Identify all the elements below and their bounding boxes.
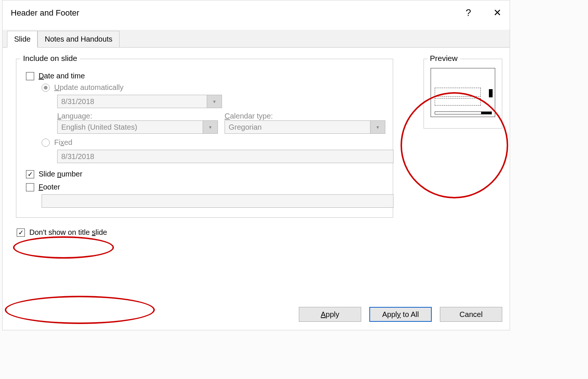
preview-footer-bar	[435, 111, 492, 114]
slide-number-checkbox[interactable]: ✓	[26, 170, 34, 178]
chevron-down-icon: ▾	[370, 121, 385, 133]
cancel-button[interactable]: Cancel	[440, 307, 502, 322]
preview-placeholder	[435, 88, 481, 97]
preview-group: Preview	[424, 59, 502, 129]
datetime-label: Date and time	[39, 72, 85, 80]
fixed-date-value: 8/31/2018	[61, 152, 94, 161]
annotation-circle	[13, 236, 114, 259]
fixed-radio[interactable]	[42, 139, 50, 147]
preview-placeholder	[435, 98, 481, 106]
preview-thumbnail	[431, 68, 495, 117]
fixed-label: Fixed	[54, 138, 72, 147]
date-combo[interactable]: 8/31/2018 ▾	[57, 95, 222, 108]
tab-body: Include on slide Date and time Update au…	[3, 48, 510, 300]
datetime-checkbox[interactable]	[26, 72, 34, 80]
dialog-buttons: Apply Apply to All Cancel	[3, 300, 510, 330]
calendar-label: Calendar type:	[225, 112, 385, 120]
fixed-date-input[interactable]: 8/31/2018	[57, 150, 393, 163]
update-auto-label: Update automatically	[54, 83, 124, 92]
footer-label: Footer	[39, 183, 60, 191]
apply-button[interactable]: Apply	[299, 307, 361, 322]
chevron-down-icon: ▾	[207, 95, 222, 108]
titlebar: Header and Footer ? ✕	[3, 0, 510, 30]
footer-input[interactable]	[42, 194, 393, 208]
dialog-title: Header and Footer	[11, 8, 79, 18]
chevron-down-icon: ▾	[203, 121, 218, 133]
include-legend: Include on slide	[20, 54, 80, 63]
language-combo[interactable]: English (United States) ▾	[57, 120, 218, 134]
window-controls: ? ✕	[466, 7, 502, 19]
tab-bar: Slide Notes and Handouts	[3, 30, 510, 48]
footer-checkbox[interactable]	[26, 183, 34, 191]
header-footer-dialog: Header and Footer ? ✕ Slide Notes and Ha…	[2, 0, 510, 330]
include-on-slide-group: Include on slide Date and time Update au…	[16, 59, 393, 218]
language-label: Language:	[57, 112, 218, 120]
language-value: English (United States)	[61, 123, 137, 132]
calendar-value: Gregorian	[229, 123, 262, 132]
dont-show-title-label: Don't show on title slide	[29, 228, 107, 237]
calendar-combo[interactable]: Gregorian ▾	[225, 120, 385, 134]
tab-slide[interactable]: Slide	[7, 31, 37, 48]
apply-to-all-button[interactable]: Apply to All	[369, 307, 432, 322]
date-value: 8/31/2018	[61, 97, 94, 106]
close-icon[interactable]: ✕	[493, 7, 502, 19]
update-auto-radio[interactable]	[42, 84, 50, 92]
slide-number-label: Slide number	[39, 170, 82, 178]
preview-legend: Preview	[428, 54, 460, 63]
help-icon[interactable]: ?	[466, 7, 471, 19]
tab-notes-handouts[interactable]: Notes and Handouts	[37, 31, 119, 47]
dont-show-title-checkbox[interactable]: ✓	[17, 229, 25, 237]
preview-slide-number-marker	[489, 89, 493, 97]
